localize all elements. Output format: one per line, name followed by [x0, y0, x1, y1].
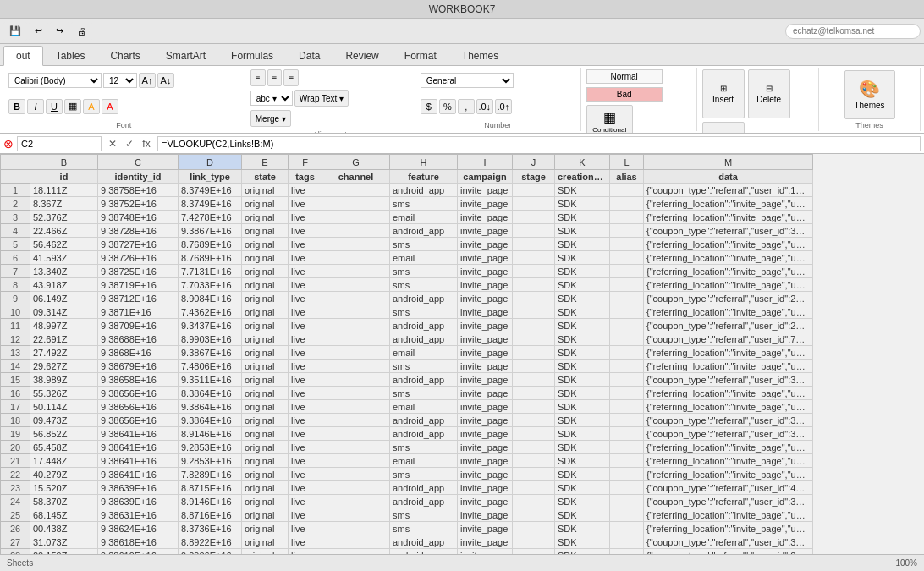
cell[interactable]: invite_page	[458, 427, 513, 441]
cell[interactable]: original	[242, 414, 289, 427]
cell[interactable]: 9.38656E+16	[98, 387, 179, 400]
cell[interactable]	[610, 292, 644, 305]
bold-button[interactable]: B	[8, 99, 25, 114]
cell[interactable]: 8.3736E+16	[179, 522, 242, 535]
cell[interactable]: 9.38656E+16	[98, 414, 179, 427]
cell[interactable]: android_app	[390, 292, 458, 305]
cell[interactable]: 09.473Z	[30, 414, 98, 427]
cell[interactable]: 9.38728E+16	[98, 224, 179, 238]
cell[interactable]: invite_page	[458, 508, 513, 522]
cell[interactable]: feature	[390, 170, 458, 184]
cell[interactable]: {"coupon_type":"referral","user_id":3200…	[644, 427, 813, 441]
underline-button[interactable]: U	[46, 99, 63, 114]
cell[interactable]	[513, 224, 555, 238]
cell[interactable]: SDK	[555, 468, 610, 481]
align-left-button[interactable]: ≡	[250, 69, 266, 86]
cell[interactable]: 56.852Z	[30, 427, 98, 441]
cell[interactable]	[610, 319, 644, 332]
cell[interactable]: 58.370Z	[30, 495, 98, 508]
cell[interactable]: original	[242, 211, 289, 224]
cell[interactable]: {"referring_location":"invite_page","use…	[644, 522, 813, 535]
col-header-E[interactable]: E	[242, 155, 289, 170]
cell[interactable]: sms	[390, 508, 458, 522]
col-header-I[interactable]: I	[458, 155, 513, 170]
error-icon[interactable]: ⊗	[3, 137, 14, 151]
cell[interactable]: SDK	[555, 238, 610, 251]
cell[interactable]	[322, 278, 390, 292]
cell[interactable]: invite_page	[458, 305, 513, 319]
insert-function-button[interactable]: fx	[139, 136, 154, 151]
cell[interactable]: SDK	[555, 251, 610, 265]
cell[interactable]	[513, 278, 555, 292]
cell[interactable]	[610, 184, 644, 197]
cell[interactable]: state	[242, 170, 289, 184]
cell[interactable]: {"referring_location":"invite_page","use…	[644, 211, 813, 224]
cell[interactable]: live	[289, 184, 322, 197]
cell[interactable]: {"referring_location":"invite_page","use…	[644, 441, 813, 454]
cell[interactable]	[322, 238, 390, 251]
cell[interactable]: 15.520Z	[30, 481, 98, 495]
cell[interactable]: 22.466Z	[30, 224, 98, 238]
cell[interactable]	[610, 441, 644, 454]
cell[interactable]	[610, 400, 644, 414]
cell[interactable]: {"referring_location":"invite_page","use…	[644, 400, 813, 414]
cell[interactable]: SDK	[555, 211, 610, 224]
cell[interactable]: SDK	[555, 481, 610, 495]
cell[interactable]: 9.38641E+16	[98, 427, 179, 441]
cell[interactable]: invite_page	[458, 549, 513, 555]
cell[interactable]: SDK	[555, 292, 610, 305]
cell[interactable]: tags	[289, 170, 322, 184]
cell[interactable]: invite_page	[458, 387, 513, 400]
themes-button[interactable]: 🎨 Themes	[844, 70, 895, 119]
cell[interactable]: SDK	[555, 508, 610, 522]
cell[interactable]	[610, 265, 644, 278]
col-header-G[interactable]: G	[322, 155, 390, 170]
cell[interactable]: 7.4806E+16	[179, 360, 242, 373]
cell[interactable]: live	[289, 278, 322, 292]
cell[interactable]	[322, 305, 390, 319]
format-cells-button[interactable]: ⊠ Format	[702, 122, 745, 134]
cell[interactable]: {"referring_location":"invite_page","use…	[644, 387, 813, 400]
cell[interactable]: live	[289, 197, 322, 211]
cell[interactable]: original	[242, 373, 289, 387]
cell[interactable]: email	[390, 400, 458, 414]
cell[interactable]: 8.7689E+16	[179, 238, 242, 251]
cell[interactable]	[513, 211, 555, 224]
cell[interactable]	[513, 387, 555, 400]
redo-button[interactable]: ↪	[50, 22, 69, 41]
cell[interactable]: 9.38639E+16	[98, 481, 179, 495]
cell[interactable]: {"coupon_type":"referral","user_id":4391…	[644, 481, 813, 495]
cell[interactable]: 09.314Z	[30, 305, 98, 319]
tab-tables[interactable]: Tables	[43, 46, 98, 65]
cell[interactable]: original	[242, 495, 289, 508]
cell[interactable]	[322, 454, 390, 468]
cell[interactable]: sms	[390, 360, 458, 373]
col-header-J[interactable]: J	[513, 155, 555, 170]
tab-format[interactable]: Format	[392, 46, 449, 65]
cell[interactable]: {"referring_location":"invite_page","use…	[644, 197, 813, 211]
cell[interactable]: {"coupon_type":"referral","user_id":2886…	[644, 319, 813, 332]
cell[interactable]	[322, 508, 390, 522]
cell[interactable]: SDK	[555, 387, 610, 400]
cell[interactable]: SDK	[555, 305, 610, 319]
cell[interactable]: original	[242, 427, 289, 441]
percent-button[interactable]: %	[439, 99, 456, 114]
cell[interactable]: live	[289, 373, 322, 387]
cell[interactable]: {"referring_location":"invite_page","use…	[644, 265, 813, 278]
font-name-select[interactable]: Calibri (Body)	[8, 73, 102, 88]
cell[interactable]: live	[289, 427, 322, 441]
cell[interactable]: 9.38639E+16	[98, 495, 179, 508]
cell[interactable]: {"coupon_type":"referral","user_id":3256…	[644, 373, 813, 387]
cell[interactable]: invite_page	[458, 454, 513, 468]
cell[interactable]: live	[289, 265, 322, 278]
cancel-formula-button[interactable]: ✕	[105, 136, 120, 151]
cell[interactable]: original	[242, 292, 289, 305]
cell[interactable]: invite_page	[458, 495, 513, 508]
cell[interactable]: id	[30, 170, 98, 184]
cell[interactable]	[322, 184, 390, 197]
cell[interactable]: 9.38752E+16	[98, 197, 179, 211]
cell[interactable]	[610, 211, 644, 224]
cell[interactable]	[610, 495, 644, 508]
cell[interactable]: android_app	[390, 332, 458, 346]
cell[interactable]: 9.38618E+16	[98, 535, 179, 549]
